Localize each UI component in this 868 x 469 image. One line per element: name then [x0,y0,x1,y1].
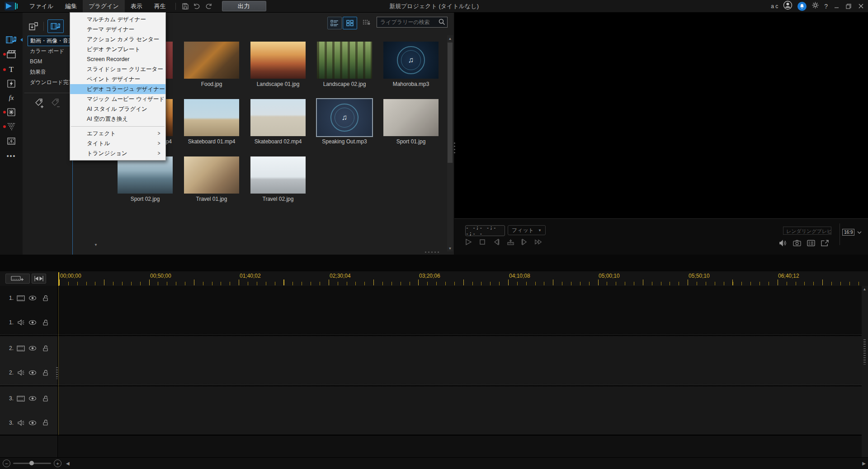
search-input[interactable] [377,17,448,28]
scroll-down-icon[interactable]: ▼ [447,245,453,251]
track-header-video-1[interactable]: 1. [0,286,57,310]
menu-plugin[interactable]: プラグイン [83,0,125,12]
media-item[interactable]: Skateboard 01.mp4 [184,99,239,146]
zoom-mode-dropdown[interactable]: フィット ▼ [508,225,546,235]
track-header-video-2[interactable]: 2. [0,336,57,360]
media-item[interactable]: Sport 02.jpg [118,156,173,203]
menu-item-screen-recorder[interactable]: Screen Recorder [70,54,165,64]
notifications-icon[interactable] [797,2,807,11]
aspect-ratio-control[interactable]: 16:9 [842,229,862,236]
menu-item-video-template[interactable]: ビデオ テンプレート [70,44,165,54]
media-thumbnail[interactable] [317,42,372,79]
scroll-left-icon[interactable]: ◀ [66,461,70,466]
seek-marker-button[interactable] [506,238,514,246]
fast-forward-button[interactable] [534,238,542,246]
track-visibility-eye-icon[interactable] [26,295,39,301]
track-visibility-eye-icon[interactable] [26,420,39,426]
category-bgm[interactable]: BGM [23,57,72,67]
audio-thumbnail[interactable]: ♫ [383,42,439,79]
save-icon[interactable] [179,0,191,12]
help-button[interactable]: ? [824,3,828,10]
zoom-out-icon[interactable]: − [3,460,10,467]
scroll-up-icon[interactable]: ▲ [447,35,453,42]
menu-item-ai-style-plugin[interactable]: AI スタイル プラグイン [70,104,165,114]
zoom-slider-handle[interactable] [29,461,34,465]
media-item[interactable]: Travel 02.jpg [250,156,306,203]
media-item[interactable]: Landscape 02.jpg [317,42,372,88]
track-visibility-eye-icon[interactable] [26,320,39,325]
close-icon[interactable] [857,0,864,12]
category-downloaded[interactable]: ダウンロード完了 [23,77,72,88]
media-type-filter-button[interactable] [47,19,64,33]
timeline-lanes[interactable] [58,286,862,458]
snapshot-camera-icon[interactable] [793,239,801,247]
media-thumbnail[interactable] [118,156,173,194]
category-video-image-music[interactable]: 動画・画像・音楽 [28,36,71,46]
sort-icon[interactable] [361,18,372,28]
import-media-icon[interactable] [27,20,40,32]
track-visibility-eye-icon[interactable] [26,396,39,401]
horizontal-splitter-handle[interactable] [425,251,439,253]
track-header-video-3[interactable]: 3. [0,386,57,411]
audio-lane-1[interactable] [58,310,862,335]
menu-play[interactable]: 再生 [148,0,172,12]
avatar-icon[interactable] [783,0,793,12]
menu-item-ai-sky-replacement[interactable]: AI 空の置き換え [70,114,165,124]
sidebar-item-subtitles[interactable] [0,134,23,148]
menu-item-multicam-designer[interactable]: マルチカム デザイナー [70,14,165,24]
panel-scroll-down-icon[interactable]: ▼ [94,243,98,247]
sidebar-item-effects[interactable]: fx [0,91,23,104]
menu-item-theme-designer[interactable]: テーマ デザイナー [70,24,165,34]
audio-lane-3[interactable] [58,411,862,436]
audio-thumbnail[interactable]: ♫ [317,99,372,136]
menu-item-transitions[interactable]: トランジション > [70,148,165,158]
video-lane-2[interactable] [58,336,862,360]
scroll-up-icon[interactable]: ▲ [862,286,868,292]
media-item[interactable]: Sport 01.jpg [383,99,439,146]
scrollbar-thumb[interactable] [448,43,453,163]
stop-button[interactable] [478,238,486,246]
media-item[interactable]: Skateboard 02.mp4 [250,99,306,146]
header-width-grip[interactable] [56,367,58,379]
video-lane-1[interactable] [58,286,862,310]
aspect-ratio-badge[interactable]: 16:9 [842,229,854,236]
audio-lane-2[interactable] [58,360,862,385]
category-color-board[interactable]: カラー ボード [23,46,72,57]
render-preview-button[interactable]: レンダリングプレビ... [783,227,831,235]
media-item[interactable]: Landscape 01.jpg [250,42,306,88]
track-lock-icon[interactable] [39,419,52,426]
menu-edit[interactable]: 編集 [59,0,83,12]
media-item[interactable]: Travel 01.jpg [184,156,239,203]
media-item[interactable]: ♫ Mahoroba.mp3 [383,42,439,88]
track-visibility-eye-icon[interactable] [26,370,39,375]
remove-tag-icon[interactable] [51,98,62,111]
library-scrollbar[interactable]: ▲ ▼ [447,35,453,251]
timeline-vertical-scrollbar[interactable]: ▲ [862,286,868,458]
media-thumbnail[interactable] [250,156,306,194]
media-item[interactable]: Food.jpg [184,42,239,88]
menu-item-magic-movie-wizard[interactable]: マジック ムービー ウィザード [70,94,165,104]
media-thumbnail[interactable] [250,42,306,79]
timeline-ruler[interactable]: 00;00;00 00;50;00 01;40;02 02;30;04 03;2… [57,271,862,286]
horizontal-splitter[interactable] [0,255,868,271]
vertical-splitter-handle[interactable] [453,142,455,158]
scrollbar-thumb[interactable] [863,339,866,365]
sidebar-item-more[interactable]: ••• [0,149,23,163]
video-lane-3[interactable] [58,386,862,411]
menu-item-action-camera-center[interactable]: アクション カメラ センター [70,34,165,44]
minimize-icon[interactable] [833,0,840,12]
undock-preview-icon[interactable] [821,239,829,247]
output-button[interactable]: 出力 [222,1,266,11]
track-manager-button[interactable] [5,274,30,284]
zoom-in-icon[interactable]: + [54,460,61,467]
track-header-audio-1[interactable]: 1. [0,310,57,335]
media-thumbnail[interactable] [184,99,239,136]
track-header-audio-3[interactable]: 3. [0,411,57,436]
sidebar-item-media-room[interactable] [0,33,23,47]
zoom-slider[interactable] [13,463,51,464]
range-select-button[interactable] [32,274,46,284]
settings-gear-icon[interactable] [811,1,819,11]
media-thumbnail[interactable] [250,99,306,136]
media-item-selected[interactable]: ♫ Speaking Out.mp3 [317,99,372,146]
sidebar-item-overlays[interactable] [0,105,23,119]
